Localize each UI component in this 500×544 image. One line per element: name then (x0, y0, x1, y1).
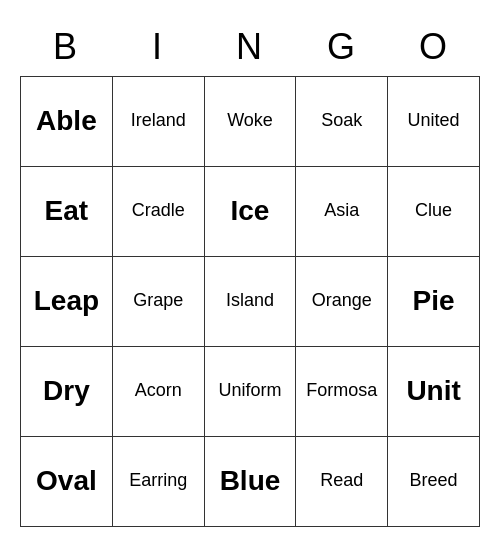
bingo-card: BINGO AbleIrelandWokeSoakUnitedEatCradle… (20, 18, 480, 527)
cell-text: Formosa (306, 380, 377, 402)
cell-text: Read (320, 470, 363, 492)
bingo-cell: Cradle (113, 167, 205, 257)
bingo-cell: United (388, 77, 480, 167)
bingo-cell: Breed (388, 437, 480, 527)
cell-text: Ice (231, 194, 270, 228)
bingo-cell: Read (296, 437, 388, 527)
bingo-cell: Clue (388, 167, 480, 257)
bingo-cell: Ireland (113, 77, 205, 167)
cell-text: Pie (413, 284, 455, 318)
cell-text: Cradle (132, 200, 185, 222)
cell-text: Grape (133, 290, 183, 312)
header-letter: I (112, 18, 204, 76)
bingo-cell: Woke (205, 77, 297, 167)
cell-text: Eat (45, 194, 89, 228)
bingo-cell: Acorn (113, 347, 205, 437)
cell-text: Dry (43, 374, 90, 408)
cell-text: United (408, 110, 460, 132)
cell-text: Uniform (218, 380, 281, 402)
cell-text: Unit (406, 374, 460, 408)
cell-text: Clue (415, 200, 452, 222)
cell-text: Island (226, 290, 274, 312)
bingo-cell: Grape (113, 257, 205, 347)
cell-text: Asia (324, 200, 359, 222)
bingo-cell: Eat (21, 167, 113, 257)
bingo-cell: Earring (113, 437, 205, 527)
bingo-cell: Pie (388, 257, 480, 347)
cell-text: Acorn (135, 380, 182, 402)
header-letter: B (20, 18, 112, 76)
cell-text: Earring (129, 470, 187, 492)
cell-text: Ireland (131, 110, 186, 132)
bingo-cell: Orange (296, 257, 388, 347)
bingo-header: BINGO (20, 18, 480, 76)
bingo-cell: Soak (296, 77, 388, 167)
bingo-cell: Unit (388, 347, 480, 437)
bingo-cell: Formosa (296, 347, 388, 437)
bingo-cell: Asia (296, 167, 388, 257)
header-letter: O (388, 18, 480, 76)
cell-text: Able (36, 104, 97, 138)
cell-text: Soak (321, 110, 362, 132)
cell-text: Breed (410, 470, 458, 492)
cell-text: Oval (36, 464, 97, 498)
cell-text: Orange (312, 290, 372, 312)
bingo-grid: AbleIrelandWokeSoakUnitedEatCradleIceAsi… (20, 76, 480, 527)
bingo-cell: Ice (205, 167, 297, 257)
bingo-cell: Leap (21, 257, 113, 347)
bingo-cell: Blue (205, 437, 297, 527)
bingo-cell: Dry (21, 347, 113, 437)
header-letter: G (296, 18, 388, 76)
cell-text: Woke (227, 110, 273, 132)
cell-text: Leap (34, 284, 99, 318)
bingo-cell: Able (21, 77, 113, 167)
bingo-cell: Oval (21, 437, 113, 527)
header-letter: N (204, 18, 296, 76)
bingo-cell: Island (205, 257, 297, 347)
bingo-cell: Uniform (205, 347, 297, 437)
cell-text: Blue (220, 464, 281, 498)
